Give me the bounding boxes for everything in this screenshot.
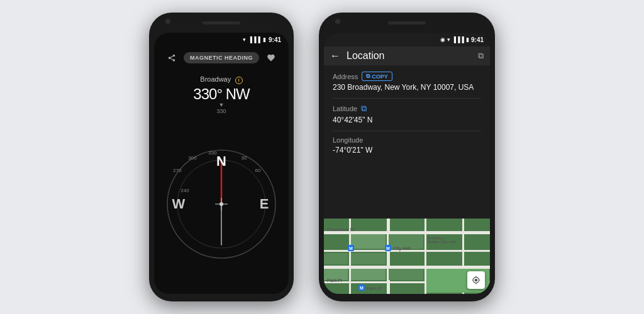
deg-270: 270 (173, 168, 181, 173)
latitude-label-row: Latitude ⧉ (333, 104, 481, 114)
deg-300: 300 (188, 155, 196, 161)
status-icons: ▾ ▐▐▐ ▮ 9:41 (243, 36, 281, 43)
longitude-label: Longitude (333, 136, 363, 144)
info-icon[interactable]: i (235, 77, 243, 84)
battery-icon-right: ▮ (466, 36, 469, 43)
road-v2 (387, 219, 390, 294)
map-block-7 (389, 269, 423, 280)
location-pin-icon: ◉ (440, 36, 445, 43)
map-block-6 (351, 269, 386, 280)
map-label-parkpl: Park Pl (327, 278, 342, 283)
cardinal-w: W (172, 196, 186, 212)
map-preview: Chambers St City Hall BrooklynBridge Cit… (324, 219, 490, 294)
status-time: 9:41 (269, 36, 281, 43)
metro-marker-1: M (348, 245, 354, 251)
svg-point-6 (219, 202, 223, 206)
compass-location: Broadway i (154, 69, 289, 85)
longitude-value: -74°0'21" W (333, 146, 481, 154)
external-link-icon[interactable]: ⧉ (478, 51, 484, 61)
map-label-brooklyn: BrooklynBridge City Hall (428, 236, 456, 244)
camera-dot-right (335, 19, 340, 24)
deg-240: 240 (180, 188, 189, 193)
location-page-title: Location (347, 50, 478, 62)
map-block-4 (351, 253, 386, 264)
status-time-right: 9:41 (471, 36, 484, 43)
back-button[interactable]: ← (330, 50, 340, 62)
map-block-1 (351, 234, 386, 249)
copy-label: COPY (372, 73, 388, 80)
latitude-section: Latitude ⧉ 40°42'45" N (333, 104, 481, 124)
location-name: Broadway (200, 75, 231, 83)
copy-latitude-button[interactable]: ⧉ (361, 104, 367, 114)
deg-30: 30 (242, 155, 247, 161)
metro-marker-3: M (358, 284, 365, 291)
compass-dial: // We'll do this in the main script belo… (165, 148, 278, 261)
address-value: 230 Broadway, New York, NY 10007, USA (333, 83, 481, 92)
copy-address-button[interactable]: ⧉ COPY (362, 72, 392, 81)
signal-icon: ▐▐▐ (248, 36, 260, 43)
longitude-section: Longitude -74°0'21" W (333, 136, 481, 154)
map-label-chambers: Chambers St (327, 227, 354, 232)
magnetic-heading-badge: MAGNETIC HEADING (184, 52, 259, 63)
latitude-label: Latitude (333, 105, 357, 112)
location-screen: ◉ ▾ ▐▐▐ ▮ 9:41 ← Location ⧉ Address (324, 33, 490, 294)
wifi-icon: ▾ (243, 36, 246, 43)
cardinal-n: N (216, 153, 226, 170)
right-phone: ◉ ▾ ▐▐▐ ▮ 9:41 ← Location ⧉ Address (319, 13, 495, 301)
favorite-button[interactable] (262, 49, 280, 67)
deg-60: 60 (255, 168, 261, 173)
map-background: Chambers St City Hall BrooklynBridge Cit… (324, 219, 490, 294)
divider-2 (333, 131, 481, 131)
latitude-value: 40°42'45" N (333, 116, 481, 124)
cardinal-e: E (260, 196, 269, 212)
address-section: Address ⧉ COPY 230 Broadway, New York, N… (333, 72, 481, 92)
status-bar-left: ▾ ▐▐▐ ▮ 9:41 (154, 33, 289, 46)
battery-icon: ▮ (263, 36, 266, 43)
metro-marker-2: M (385, 245, 391, 251)
copy-icon: ⧉ (366, 73, 370, 80)
right-status-bar: ◉ ▾ ▐▐▐ ▮ 9:41 (324, 33, 490, 46)
signal-icon-right: ▐▐▐ (452, 36, 464, 43)
address-label: Address (333, 73, 358, 80)
compass-screen: ▾ ▐▐▐ ▮ 9:41 MAGNETIC HEADING (154, 33, 289, 294)
longitude-label-row: Longitude (333, 136, 481, 144)
location-toolbar: ← Location ⧉ (324, 46, 490, 65)
speaker-bar (203, 21, 240, 24)
speaker-bar-right (388, 21, 426, 24)
share-button[interactable] (163, 49, 180, 67)
address-label-row: Address ⧉ COPY (333, 72, 481, 81)
compass-heading: 330° NW (154, 85, 289, 103)
left-phone: ▾ ▐▐▐ ▮ 9:41 MAGNETIC HEADING (149, 13, 294, 301)
degree-indicator: ▼ 330 (154, 102, 289, 114)
compass-toolbar: MAGNETIC HEADING (154, 46, 289, 69)
divider-1 (333, 98, 481, 99)
map-block-3 (324, 253, 348, 264)
location-content: Address ⧉ COPY 230 Broadway, New York, N… (324, 65, 490, 215)
locate-me-button[interactable] (467, 271, 485, 289)
camera-dot (165, 19, 170, 24)
wifi-icon-right: ▾ (447, 36, 450, 43)
deg-330: 330 (208, 150, 216, 156)
compass-dial-area: // We'll do this in the main script belo… (154, 114, 289, 294)
map-label-cityhall: City Hall (393, 246, 411, 251)
